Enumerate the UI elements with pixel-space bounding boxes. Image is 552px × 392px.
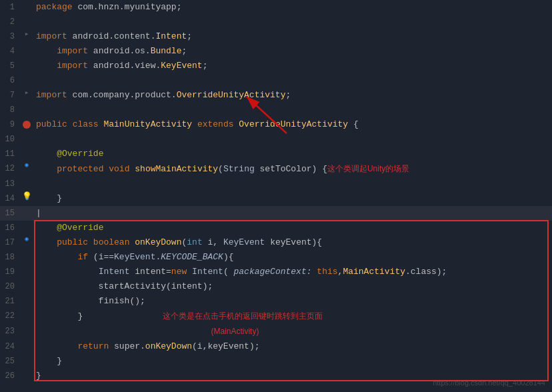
- line-13: 13: [0, 177, 552, 191]
- watermark: https://blog.csdn.net/qq_40028144: [433, 379, 545, 387]
- line-18: 18 if (i==KeyEvent.KEYCODE_BACK){: [0, 250, 552, 265]
- line-19: 19 Intent intent=new Intent( packageCont…: [0, 265, 552, 279]
- line-3: 3 ▸ import android.content.Intent;: [0, 29, 552, 44]
- line-21: 21 finish();: [0, 294, 552, 309]
- line-8: 8: [0, 103, 552, 117]
- line-23: 23 (MainActivity): [0, 324, 552, 339]
- line-15: 15 |: [0, 206, 552, 221]
- line-24: 24 return super.onKeyDown(i,keyEvent);: [0, 339, 552, 354]
- breakpoint-icon: [23, 121, 31, 129]
- line-14: 14 💡 }: [0, 191, 552, 206]
- line-17: 17 ◉ public boolean onKeyDown(int i, Key…: [0, 235, 552, 250]
- line-11: 11 @Override: [0, 147, 552, 161]
- line-1: 1 package com.hnzn.myunityapp;: [0, 0, 552, 15]
- line-12: 12 ◉ protected void showMainActivity(Str…: [0, 161, 552, 177]
- line-5: 5 import android.view.KeyEvent;: [0, 59, 552, 73]
- line-6: 6: [0, 73, 552, 88]
- line-16: 16 @Override: [0, 221, 552, 235]
- line-20: 20 startActivity(intent);: [0, 279, 552, 294]
- line-10: 10: [0, 132, 552, 147]
- line-4: 4 import android.os.Bundle;: [0, 44, 552, 59]
- line-25: 25 }: [0, 354, 552, 369]
- line-7: 7 ▸ import com.company.product.OverrideU…: [0, 88, 552, 103]
- line-2: 2: [0, 15, 552, 29]
- line-22: 22 }这个类是在点击手机的返回键时跳转到主页面: [0, 309, 552, 324]
- warning-icon: 💡: [22, 191, 32, 201]
- line-9: 9 public class MainUnityActivity extends…: [0, 117, 552, 132]
- code-editor: 1 package com.hnzn.myunityapp; 2 3 ▸ imp…: [0, 0, 552, 392]
